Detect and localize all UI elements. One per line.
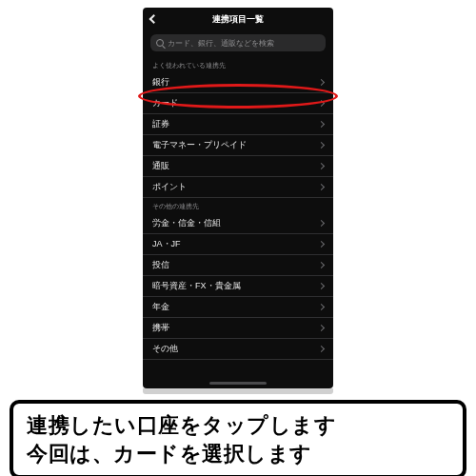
list-item-label: 通販: [152, 160, 169, 172]
list-item-pension[interactable]: 年金: [143, 297, 333, 318]
home-indicator[interactable]: [209, 382, 267, 385]
chevron-right-icon: [318, 325, 325, 331]
list-item-label: 投信: [152, 259, 169, 271]
list-item-ecommerce[interactable]: 通販: [143, 156, 333, 177]
chevron-right-icon: [318, 304, 325, 310]
chevron-right-icon: [318, 79, 325, 86]
list-item-label: 電子マネー・プリペイド: [152, 139, 247, 151]
chevron-right-icon: [318, 220, 325, 227]
chevron-right-icon: [318, 262, 325, 268]
list-item-toushin[interactable]: 投信: [143, 255, 333, 276]
list-item-crypto-fx[interactable]: 暗号資産・FX・貴金属: [143, 276, 333, 297]
list-item-points[interactable]: ポイント: [143, 177, 333, 198]
search-icon: [156, 39, 164, 47]
search-input[interactable]: カード、銀行、通販などを検索: [150, 34, 326, 51]
chevron-right-icon: [318, 142, 325, 149]
list-item-emoney[interactable]: 電子マネー・プリペイド: [143, 135, 333, 156]
chevron-right-icon: [318, 100, 325, 107]
list-item-label: その他: [152, 343, 178, 355]
list-item-label: 労金・信金・信組: [152, 217, 221, 229]
list-item-label: 銀行: [152, 76, 169, 89]
list-item-label: ポイント: [152, 181, 187, 193]
list-item-securities[interactable]: 証券: [143, 114, 333, 135]
list-item-card[interactable]: カード: [143, 93, 333, 114]
caption-line-1: 連携したい口座をタップします: [27, 411, 449, 440]
chevron-right-icon: [318, 241, 325, 248]
instruction-caption: 連携したい口座をタップします 今回は、カードを選択します: [10, 400, 466, 476]
search-placeholder: カード、銀行、通販などを検索: [168, 38, 274, 49]
list-item-label: 証券: [152, 118, 169, 130]
list-item-label: JA・JF: [152, 238, 181, 250]
caption-line-2: 今回は、カードを選択します: [27, 440, 449, 468]
chevron-right-icon: [318, 184, 325, 190]
chevron-right-icon: [318, 346, 325, 352]
list-item-other[interactable]: その他: [143, 339, 333, 360]
phone-bezel-shadow: [143, 388, 333, 394]
nav-header: 連携項目一覧: [143, 8, 333, 30]
list-item-label: 携帯: [152, 322, 169, 334]
phone-screen: 連携項目一覧 カード、銀行、通販などを検索 よく使われている連携先 銀行 カード…: [143, 8, 333, 388]
list-item-label: 年金: [152, 301, 169, 313]
page-title: 連携項目一覧: [212, 13, 264, 26]
list-item-ja-jf[interactable]: JA・JF: [143, 234, 333, 255]
chevron-right-icon: [318, 163, 325, 169]
list-item-label: カード: [152, 97, 178, 109]
chevron-right-icon: [318, 283, 325, 289]
section-label-other: その他の連携先: [143, 198, 333, 213]
list-item-label: 暗号資産・FX・貴金属: [152, 280, 241, 292]
section-label-popular: よく使われている連携先: [143, 57, 333, 72]
list-item-bank[interactable]: 銀行: [143, 72, 333, 93]
back-icon[interactable]: [149, 14, 159, 24]
chevron-right-icon: [318, 121, 325, 128]
list-item-shinkin[interactable]: 労金・信金・信組: [143, 213, 333, 234]
list-item-mobile[interactable]: 携帯: [143, 318, 333, 339]
